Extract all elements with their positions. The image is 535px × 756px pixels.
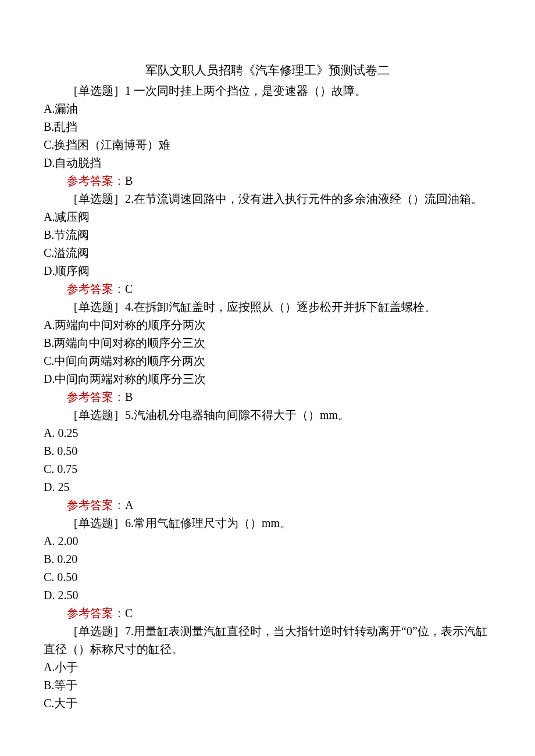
question-stem: ［单选题］1 一次同时挂上两个挡位，是变速器（）故障。	[44, 82, 491, 100]
document-title: 军队文职人员招聘《汽车修理工》预测试卷二	[44, 61, 491, 80]
answer-label: 参考答案：	[67, 282, 125, 295]
answer-value: C	[125, 607, 133, 619]
question-option: C.溢流阀	[44, 244, 491, 262]
answer-line: 参考答案：C	[44, 280, 491, 298]
answer-label: 参考答案：	[67, 174, 125, 187]
question-option: B.乱挡	[44, 118, 491, 136]
question-option: C.大于	[44, 694, 491, 712]
answer-line: 参考答案：C	[44, 604, 491, 622]
question-option: A.小于	[44, 658, 491, 676]
question-option: D.自动脱挡	[44, 154, 491, 172]
question-stem: ［单选题］2.在节流调速回路中，没有进入执行元件的多余油液经（）流回油箱。	[44, 190, 491, 208]
question-option: B.等于	[44, 676, 491, 694]
answer-line: 参考答案：B	[44, 172, 491, 190]
question-option: D. 25	[44, 478, 491, 496]
answer-line: 参考答案：A	[44, 496, 491, 514]
question-option: D.顺序阀	[44, 262, 491, 280]
question-option: D. 2.50	[44, 586, 491, 604]
question-option: A.漏油	[44, 100, 491, 118]
question-option: C. 0.50	[44, 568, 491, 586]
question-option: D.中间向两端对称的顺序分三次	[44, 370, 491, 388]
question-option: C.换挡困（江南博哥）难	[44, 136, 491, 154]
question-option: A. 0.25	[44, 424, 491, 442]
answer-label: 参考答案：	[67, 607, 125, 619]
question-stem: ［单选题］6.常用气缸修理尺寸为（）mm。	[44, 514, 491, 532]
question-option: C. 0.75	[44, 460, 491, 478]
question-option: A.减压阀	[44, 208, 491, 226]
document-content: ［单选题］1 一次同时挂上两个挡位，是变速器（）故障。 A.漏油 B.乱挡 C.…	[44, 82, 491, 712]
question-stem: ［单选题］5.汽油机分电器轴向间隙不得大于（）mm。	[44, 406, 491, 424]
answer-value: B	[125, 390, 133, 403]
answer-value: C	[125, 282, 133, 295]
question-option: A. 2.00	[44, 532, 491, 550]
question-option: C.中间向两端对称的顺序分两次	[44, 352, 491, 370]
question-stem: ［单选题］4.在拆卸汽缸盖时，应按照从（）逐步松开并拆下缸盖螺栓。	[44, 298, 491, 316]
question-option: B.节流阀	[44, 226, 491, 244]
question-stem: ［单选题］7.用量缸表测量汽缸直径时，当大指针逆时针转动离开“0”位，表示汽缸直…	[44, 622, 491, 658]
answer-label: 参考答案：	[67, 390, 125, 403]
answer-value: A	[125, 499, 133, 511]
question-option: B.两端向中间对称的顺序分三次	[44, 334, 491, 352]
answer-value: B	[125, 174, 133, 187]
answer-line: 参考答案：B	[44, 388, 491, 406]
question-option: B. 0.20	[44, 550, 491, 568]
question-option: B. 0.50	[44, 442, 491, 460]
question-option: A.两端向中间对称的顺序分两次	[44, 316, 491, 334]
answer-label: 参考答案：	[67, 499, 125, 511]
